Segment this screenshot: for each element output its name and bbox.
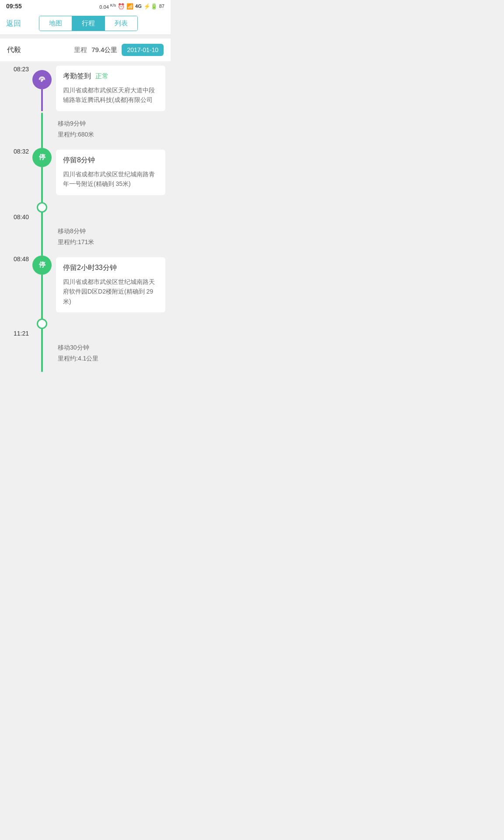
back-button[interactable]: 返回	[6, 18, 21, 28]
nav-bar: 返回 地图 行程 列表	[0, 12, 171, 35]
time-1121: 11:21	[10, 330, 32, 337]
stop-title-2: 停留2小时33分钟	[63, 263, 158, 273]
checkin-address: 四川省成都市武侯区天府大道中段辅路靠近腾讯科技(成都)有限公司	[63, 85, 158, 105]
mileage-value: 79.4公里	[91, 46, 117, 54]
move-distance-1: 里程约:680米	[58, 129, 165, 140]
status-bar: 09:55 0.04 K/s ⏰ 📶 4G ⚡🔋 87	[0, 0, 171, 12]
end-dot-1	[37, 202, 47, 213]
wifi-icon: 📶	[126, 3, 133, 10]
move-duration-3: 移动30分钟	[58, 342, 165, 353]
status-time: 09:55	[6, 3, 22, 10]
battery-level: 87	[159, 4, 164, 9]
timeline-move-3: 移动30分钟 里程约:4.1公里	[7, 337, 171, 372]
stop-node-1: 停	[32, 148, 52, 167]
speed-indicator: 0.04 K/s	[99, 3, 116, 10]
checkin-status: 正常	[95, 72, 108, 80]
timeline-move-1: 移动9分钟 里程约:680米	[7, 113, 171, 148]
stop-address-2: 四川省成都市武侯区世纪城南路天府软件园D区D2楼附近(精确到 29米)	[63, 277, 158, 306]
stop-card-2: 停留2小时33分钟 四川省成都市武侯区世纪城南路天府软件园D区D2楼附近(精确到…	[56, 257, 165, 312]
stop-card-1: 停留8分钟 四川省成都市武侯区世纪城南路青年一号附近(精确到 35米)	[56, 150, 165, 195]
nav-tabs: 地图 行程 列表	[39, 16, 138, 31]
time-0823: 08:23	[10, 66, 32, 73]
battery-icon: ⚡🔋	[144, 3, 158, 10]
tab-trip[interactable]: 行程	[72, 16, 105, 31]
checkin-title: 考勤签到	[63, 72, 91, 81]
stop-address-1: 四川省成都市武侯区世纪城南路青年一号附近(精确到 35米)	[63, 169, 158, 189]
status-right: 0.04 K/s ⏰ 📶 4G ⚡🔋 87	[99, 3, 164, 10]
move-duration-2: 移动8分钟	[58, 226, 165, 237]
timeline-move-2: 移动8分钟 里程约:171米	[7, 220, 171, 256]
time-0840: 08:40	[10, 214, 32, 220]
timeline-entry-checkin: 08:23	[7, 66, 171, 113]
stop-title-1: 停留8分钟	[63, 156, 158, 165]
checkin-node	[32, 70, 52, 89]
signal-icon: 4G	[135, 4, 142, 9]
info-bar: 代毅 里程 79.4公里 2017-01-10	[0, 38, 171, 61]
time-0848: 08:48	[10, 256, 32, 262]
move-distance-2: 里程约:171米	[58, 237, 165, 248]
timeline: 08:23	[0, 61, 171, 381]
tab-map[interactable]: 地图	[39, 16, 72, 31]
move-card-3: 移动30分钟 里程约:4.1公里	[56, 337, 165, 369]
end-dot-2	[37, 318, 47, 329]
move-duration-1: 移动9分钟	[58, 118, 165, 129]
mileage-label: 里程	[74, 46, 87, 54]
move-card-2: 移动8分钟 里程约:171米	[56, 220, 165, 253]
checkin-card: 考勤签到 正常 四川省成都市武侯区天府大道中段辅路靠近腾讯科技(成都)有限公司	[56, 66, 165, 111]
stop-node-2: 停	[32, 256, 52, 275]
driver-name: 代毅	[7, 46, 21, 55]
move-distance-3: 里程约:4.1公里	[58, 353, 165, 364]
timeline-entry-stop1: 08:32 停 停留8分钟 四川省成都市武侯区世纪城南路青年一号附近(精确到 3…	[7, 148, 171, 220]
clock-icon: ⏰	[118, 3, 125, 10]
move-card-1: 移动9分钟 里程约:680米	[56, 113, 165, 145]
date-badge: 2017-01-10	[122, 44, 164, 56]
timeline-entry-stop2: 08:48 停 停留2小时33分钟 四川省成都市武侯区世纪城南路天府软件园D区D…	[7, 256, 171, 337]
time-0832: 08:32	[10, 148, 32, 155]
tab-list[interactable]: 列表	[105, 16, 137, 31]
